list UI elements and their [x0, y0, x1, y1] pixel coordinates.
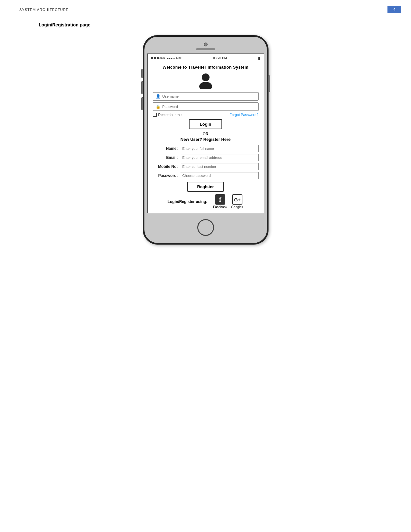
facebook-icon: f — [215, 194, 225, 205]
remember-row: Remember me Forgot Password? — [153, 113, 259, 117]
email-placeholder: Enter your email address — [182, 156, 222, 160]
lock-icon: 🔒 — [156, 104, 161, 109]
or-divider: OR — [153, 132, 259, 136]
volume-down-button[interactable] — [141, 97, 143, 110]
mute-button[interactable] — [141, 69, 143, 78]
signal-dot-3 — [157, 57, 159, 59]
power-button[interactable] — [268, 75, 270, 92]
password-field[interactable]: 🔒 Password — [153, 102, 259, 111]
user-avatar — [153, 72, 259, 89]
email-row: Email: Enter your email address — [153, 154, 259, 161]
name-row: Name: Enter your full name — [153, 145, 259, 152]
username-placeholder: Username — [162, 94, 179, 98]
phone-screen: ●●●∞ ABC 03:20 PM ▮ Welcome to Traveller… — [147, 53, 264, 213]
page-number-badge: 4 — [387, 6, 401, 13]
home-button[interactable] — [197, 219, 214, 236]
volume-up-button[interactable] — [141, 81, 143, 94]
google-icon: G+ — [232, 194, 242, 205]
signal-dot-4 — [160, 57, 162, 59]
page-header: SYSTEM ARCHITECTURE 4 — [0, 0, 411, 16]
app-title: Welcome to Traveller Information System — [153, 65, 259, 70]
social-login-row: Login/Register using: f Facebook G+ Goog… — [153, 194, 259, 209]
signal-dot-1 — [151, 57, 153, 59]
avatar-icon — [197, 72, 214, 89]
carrier-name: ●●●∞ ABC — [167, 56, 182, 60]
section-title: Login/Registration page — [39, 22, 411, 27]
password-placeholder: Password — [162, 105, 178, 109]
screen-content: Welcome to Traveller Information System … — [148, 62, 264, 213]
status-time: 03:20 PM — [213, 56, 227, 60]
google-button[interactable]: G+ Google+ — [231, 194, 243, 209]
phone-frame: ●●●∞ ABC 03:20 PM ▮ Welcome to Traveller… — [143, 35, 269, 245]
facebook-label: Facebook — [213, 205, 227, 209]
svg-point-0 — [202, 73, 210, 81]
phone-bottom — [144, 213, 267, 243]
svg-point-1 — [199, 82, 212, 89]
status-bar-left: ●●●∞ ABC — [151, 56, 182, 60]
remember-me-label: Remember me — [158, 113, 182, 117]
reg-password-placeholder: Choose password — [182, 174, 211, 178]
username-field[interactable]: 👤 Username — [153, 92, 259, 101]
page-header-title: SYSTEM ARCHITECTURE — [19, 8, 69, 12]
remember-checkbox[interactable] — [153, 113, 157, 117]
user-icon: 👤 — [156, 94, 161, 99]
side-buttons-left — [141, 69, 143, 110]
battery-icon: ▮ — [258, 55, 260, 61]
name-placeholder: Enter your full name — [182, 147, 214, 150]
register-prompt: New User? Register Here — [153, 137, 259, 142]
reg-password-input[interactable]: Choose password — [180, 172, 259, 179]
name-input[interactable]: Enter your full name — [180, 145, 259, 152]
social-login-label: Login/Register using: — [168, 199, 207, 204]
status-bar: ●●●∞ ABC 03:20 PM ▮ — [148, 54, 264, 62]
phone-mockup: ●●●∞ ABC 03:20 PM ▮ Welcome to Traveller… — [0, 35, 411, 245]
google-label: Google+ — [231, 205, 243, 209]
name-label: Name: — [153, 146, 178, 151]
phone-top — [144, 37, 267, 53]
email-label: Email: — [153, 155, 178, 160]
register-button[interactable]: Register — [187, 182, 223, 192]
email-input[interactable]: Enter your email address — [180, 154, 259, 161]
facebook-button[interactable]: f Facebook — [213, 194, 227, 209]
forgot-password-link[interactable]: Forgot Password? — [230, 113, 258, 117]
mobile-row: Mobile No: Enter contact number — [153, 163, 259, 170]
signal-dot-2 — [154, 57, 156, 59]
mobile-placeholder: Enter contact number — [182, 165, 216, 169]
speaker-icon — [196, 48, 215, 50]
mobile-input[interactable]: Enter contact number — [180, 163, 259, 170]
reg-password-label: Password: — [153, 173, 178, 178]
login-button[interactable]: Login — [189, 119, 222, 129]
camera-icon — [204, 43, 208, 46]
mobile-label: Mobile No: — [153, 164, 178, 169]
remember-left: Remember me — [153, 113, 182, 117]
side-buttons-right — [268, 75, 270, 92]
reg-password-row: Password: Choose password — [153, 172, 259, 179]
register-form: Name: Enter your full name Email: Enter … — [153, 145, 259, 179]
signal-dot-5 — [162, 57, 165, 59]
